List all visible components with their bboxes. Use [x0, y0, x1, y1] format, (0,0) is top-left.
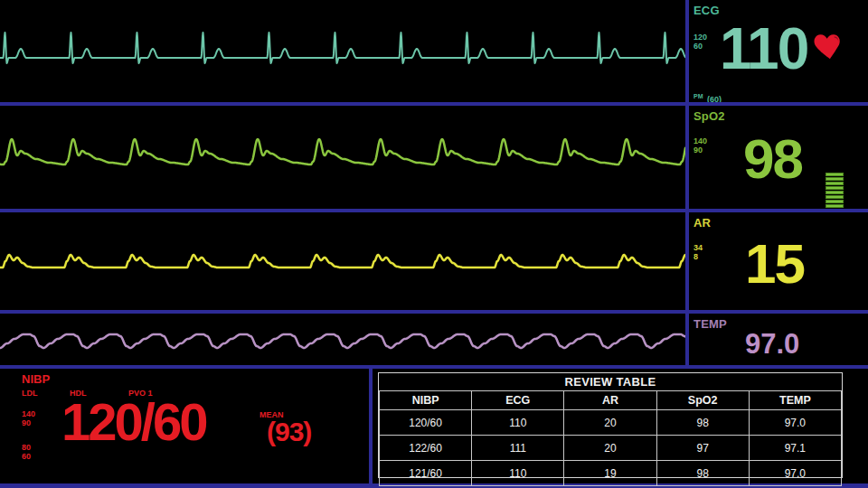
- spo2-label: SpO2: [693, 109, 725, 123]
- table-row: 122/60111209797.1: [380, 436, 842, 461]
- table-cell: 110: [472, 410, 564, 436]
- nibp-mean-value: (93): [267, 417, 311, 447]
- table-cell: 20: [564, 410, 656, 436]
- table-cell: 98: [656, 461, 749, 486]
- spo2-waveform: [0, 106, 685, 209]
- spo2-limit-low: 90: [693, 145, 703, 155]
- spo2-alarm-limits: 14090: [693, 136, 707, 155]
- review-table-header-row: NIBPECGARSpO2TEMP: [380, 391, 842, 410]
- spo2-bar-segment: [826, 191, 844, 194]
- table-cell: 110: [472, 461, 564, 486]
- nibp-label: NIBP: [22, 372, 50, 386]
- ecg-alarm-limits: 12060: [693, 33, 707, 51]
- review-table: REVIEW TABLE NIBPECGARSpO2TEMP 120/60110…: [378, 372, 843, 478]
- nibp-value: 120/60: [61, 396, 205, 448]
- spo2-bar-segment: [826, 177, 844, 181]
- ar-limit-high: 34: [693, 243, 703, 252]
- table-cell: 97.0: [749, 410, 841, 436]
- ecg-limit-high: 120: [693, 33, 707, 42]
- ecg-limit-low: 60: [693, 42, 703, 51]
- review-table-grid: NIBPECGARSpO2TEMP 120/60110209897.0122/6…: [379, 390, 842, 486]
- table-row: 120/60110209897.0: [380, 410, 842, 436]
- temp-panel: TEMP 97.0: [689, 314, 868, 365]
- review-col-header: NIBP: [380, 391, 472, 410]
- nibp-limits-1: 14090: [22, 409, 35, 427]
- temp-label: TEMP: [693, 317, 727, 331]
- spo2-bar-segment: [826, 182, 844, 185]
- nibp-table-divider: [369, 369, 373, 484]
- nibp-limit1-high: 140: [22, 409, 35, 418]
- table-cell: 19: [564, 461, 656, 486]
- spo2-signal-bar: [826, 173, 844, 209]
- pacer-info: PM (60): [693, 89, 722, 102]
- nibp-limit2-high: 80: [22, 443, 31, 452]
- heart-rate-value: 110: [720, 20, 807, 78]
- spo2-limit-high: 140: [693, 136, 707, 145]
- spo2-bar-segment: [826, 186, 844, 190]
- table-cell: 122/60: [380, 436, 472, 461]
- spo2-bar-segment: [826, 200, 844, 203]
- ar-waveform: [0, 212, 685, 310]
- nibp-panel: NIBP LDL HDL PVO 1 14090 8060 120/60 MEA…: [0, 369, 367, 484]
- table-cell: 120/60: [380, 410, 472, 436]
- spo2-value: 98: [743, 131, 802, 187]
- table-row: 121/60110199897.0: [380, 461, 842, 486]
- ar-alarm-limits: 348: [693, 243, 703, 261]
- ar-value: 15: [745, 236, 804, 292]
- nibp-limit2-low: 60: [22, 452, 31, 461]
- nibp-limit1-low: 90: [22, 418, 31, 427]
- ar-panel: AR 348 15: [689, 212, 868, 310]
- review-col-header: SpO2: [656, 391, 749, 410]
- pm-value: (60): [707, 95, 722, 102]
- ecg-waveform: [0, 0, 685, 102]
- table-cell: 97: [656, 436, 749, 461]
- patient-monitor-screen: ECG 12060 110 PM (60) SpO2 14090 98 AR 3…: [0, 0, 868, 488]
- nibp-site-ldl: LDL: [22, 389, 38, 398]
- heart-icon: [812, 27, 848, 63]
- ecg-label: ECG: [693, 4, 720, 17]
- ar-limit-low: 8: [693, 252, 698, 261]
- nibp-limits-2: 8060: [22, 443, 31, 461]
- spo2-bar-segment: [826, 204, 844, 208]
- table-cell: 121/60: [380, 461, 472, 486]
- pm-label: PM: [693, 93, 703, 99]
- spo2-bar-segment: [826, 195, 844, 199]
- temp-waveform: [0, 314, 685, 365]
- review-table-title: REVIEW TABLE: [379, 373, 842, 390]
- table-cell: 111: [472, 436, 564, 461]
- spo2-bar-segment: [826, 173, 844, 176]
- ar-label: AR: [693, 216, 711, 230]
- review-col-header: AR: [564, 391, 656, 410]
- ecg-panel: ECG 12060 110 PM (60): [689, 0, 868, 102]
- table-cell: 97.1: [749, 436, 841, 461]
- review-col-header: TEMP: [749, 391, 841, 410]
- review-col-header: ECG: [472, 391, 564, 410]
- spo2-panel: SpO2 14090 98: [689, 106, 868, 209]
- table-cell: 98: [656, 410, 749, 436]
- temp-value: 97.0: [745, 330, 799, 358]
- table-cell: 20: [564, 436, 656, 461]
- table-cell: 97.0: [749, 461, 841, 486]
